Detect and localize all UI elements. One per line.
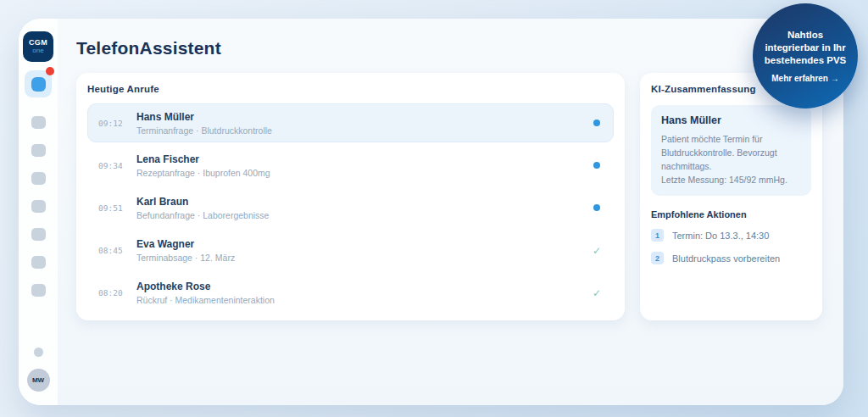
call-time: 08:20 <box>98 288 125 297</box>
logo-text-top: CGM <box>29 39 47 47</box>
ai-summary-card: Hans Müller Patient möchte Termin für Bl… <box>651 105 811 196</box>
call-time: 09:51 <box>98 203 125 213</box>
todays-calls-panel: Heutige Anrufe 09:12 Hans Müller Termina… <box>76 73 625 320</box>
summary-text-line: Letzte Messung: 145/92 mmHg. <box>661 173 801 186</box>
call-subtitle: Befundanfrage · Laborergebnisse <box>136 210 580 220</box>
check-icon: ✓ <box>593 287 601 299</box>
summary-text-line: Blutdruckkontrolle. Bevorzugt nachmittag… <box>661 146 801 173</box>
call-row[interactable]: 09:12 Hans Müller Terminanfrage · Blutdr… <box>87 103 614 142</box>
sidebar-item-placeholder-6[interactable] <box>31 256 46 269</box>
main-content: TelefonAssistent Heutige Anrufe 09:12 Ha… <box>58 19 843 405</box>
sidebar-item-placeholder-4[interactable] <box>31 200 46 213</box>
app-window: CGM one MW TelefonAssistent Heutige Anru… <box>19 19 843 405</box>
sidebar-nav-list <box>31 116 46 312</box>
call-row[interactable]: 09:34 Lena Fischer Rezeptanfrage · Ibupr… <box>87 146 614 185</box>
promo-cta-link[interactable]: Mehr erfahren → <box>771 74 838 83</box>
action-number-badge: 1 <box>651 229 664 242</box>
calls-icon <box>31 77 46 92</box>
unread-dot-icon <box>593 120 600 126</box>
call-time: 09:34 <box>98 161 125 170</box>
sidebar-item-placeholder-5[interactable] <box>31 228 46 241</box>
promo-badge[interactable]: Nahtlos integrierbar in Ihr bestehendes … <box>753 3 858 108</box>
sidebar-item-placeholder-2[interactable] <box>31 144 46 157</box>
call-subtitle: Terminabsage · 12. März <box>136 253 580 263</box>
call-time: 08:45 <box>98 246 125 255</box>
caller-name: Karl Braun <box>136 196 580 208</box>
page-title: TelefonAssistent <box>76 38 822 58</box>
caller-name: Eva Wagner <box>136 238 580 250</box>
promo-line: Nahtlos <box>787 29 823 42</box>
sidebar-item-placeholder-1[interactable] <box>31 116 46 129</box>
promo-line: integrierbar in Ihr <box>765 42 845 54</box>
recommended-action[interactable]: 1 Termin: Do 13.3., 14:30 <box>651 229 811 242</box>
recommended-action[interactable]: 2 Blutdruckpass vorbereiten <box>651 252 811 264</box>
call-subtitle: Rückruf · Medikamenteninteraktion <box>136 295 580 305</box>
call-subtitle: Rezeptanfrage · Ibuprofen 400mg <box>136 168 580 178</box>
call-row[interactable]: 08:45 Eva Wagner Terminabsage · 12. März… <box>87 231 614 270</box>
check-icon: ✓ <box>593 245 601 257</box>
recommended-actions-title: Empfohlene Aktionen <box>651 209 811 220</box>
promo-line: bestehendes PVS <box>765 54 847 67</box>
sidebar-bottom-dot-icon[interactable] <box>34 348 43 357</box>
user-avatar[interactable]: MW <box>27 369 50 392</box>
sidebar-item-calls-active[interactable] <box>25 70 52 97</box>
call-list: 09:12 Hans Müller Terminanfrage · Blutdr… <box>87 103 614 312</box>
notification-dot-icon <box>46 67 54 75</box>
unread-dot-icon <box>593 204 600 211</box>
sidebar: CGM one MW <box>19 19 58 405</box>
caller-name: Hans Müller <box>136 111 580 123</box>
call-subtitle: Terminanfrage · Blutdruckkontrolle <box>136 125 580 136</box>
calls-panel-title: Heutige Anrufe <box>87 84 614 94</box>
action-number-badge: 2 <box>651 252 664 264</box>
summary-patient-name: Hans Müller <box>661 114 801 126</box>
caller-name: Apotheke Rose <box>136 281 580 292</box>
summary-text-line: Patient möchte Termin für <box>661 132 801 146</box>
sidebar-item-placeholder-3[interactable] <box>31 172 46 185</box>
ai-summary-panel: KI-Zusammenfassung Hans Müller Patient m… <box>640 73 822 320</box>
unread-dot-icon <box>593 162 600 169</box>
action-label: Termin: Do 13.3., 14:30 <box>672 231 769 241</box>
cgm-one-logo: CGM one <box>23 31 53 62</box>
call-time: 09:12 <box>98 119 125 128</box>
call-row[interactable]: 09:51 Karl Braun Befundanfrage · Laborer… <box>87 188 614 227</box>
caller-name: Lena Fischer <box>136 153 580 165</box>
action-label: Blutdruckpass vorbereiten <box>672 253 780 264</box>
logo-text-bottom: one <box>32 47 43 54</box>
call-row[interactable]: 08:20 Apotheke Rose Rückruf · Medikament… <box>87 273 614 312</box>
sidebar-item-placeholder-7[interactable] <box>31 284 46 297</box>
